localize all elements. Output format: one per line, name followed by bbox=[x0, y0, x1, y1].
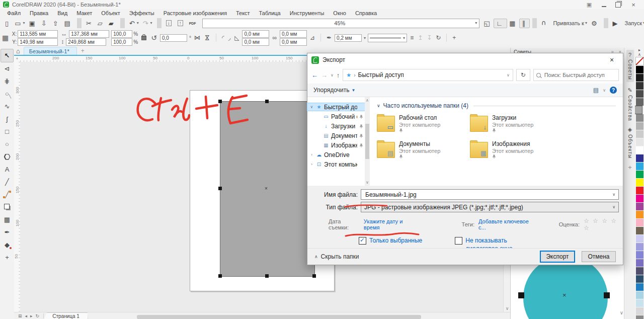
palette-swatch[interactable] bbox=[636, 291, 643, 299]
undo-icon[interactable]: ↶ ▾ bbox=[127, 19, 141, 28]
scalloped-corner-icon[interactable]: ◞ bbox=[227, 34, 232, 41]
cut-icon[interactable]: ✂ bbox=[84, 19, 96, 28]
y-position-field[interactable]: 149,98 мм bbox=[18, 38, 58, 46]
palette-swatch[interactable] bbox=[636, 203, 643, 210]
to-front-icon[interactable]: ↥ bbox=[417, 34, 424, 41]
help-icon[interactable]: ? bbox=[610, 87, 617, 94]
palette-swatch[interactable] bbox=[636, 315, 643, 319]
palette-swatch[interactable] bbox=[636, 171, 643, 178]
menu-item[interactable]: Окно bbox=[329, 10, 350, 17]
refresh-icon[interactable]: ↻ bbox=[516, 69, 530, 81]
palette-swatch[interactable] bbox=[636, 146, 643, 154]
cancel-button[interactable]: Отмена bbox=[582, 251, 616, 262]
palette-swatch[interactable] bbox=[636, 82, 643, 90]
mirror-vertical-icon[interactable]: ⋈ bbox=[203, 34, 211, 41]
palette-swatch[interactable] bbox=[635, 57, 644, 65]
wrap-text-icon[interactable]: ≡ bbox=[409, 34, 415, 41]
show-guidelines-icon[interactable]: ∥ bbox=[519, 19, 530, 28]
menu-item[interactable]: Макет bbox=[72, 10, 96, 17]
palette-swatch[interactable] bbox=[636, 267, 643, 275]
date-link[interactable]: Укажите дату и время bbox=[364, 218, 416, 230]
tab-properties[interactable]: ✎ Свойства bbox=[627, 87, 633, 121]
chamfer-distance-icon[interactable]: ⊿ bbox=[309, 34, 316, 41]
file-name-input[interactable] bbox=[364, 191, 612, 199]
rotation-field[interactable]: 0,0 bbox=[160, 34, 187, 42]
breadcrumb[interactable]: ★ › Быстрый доступ ∨ bbox=[343, 69, 513, 81]
tab-objects[interactable]: ◈ Объекты bbox=[627, 126, 633, 158]
connector-tool[interactable]: ╱ bbox=[1, 188, 13, 201]
open-icon[interactable]: ▭ ▾ bbox=[13, 19, 27, 28]
shadow-tool[interactable] bbox=[1, 201, 13, 213]
palette-swatch[interactable] bbox=[636, 179, 643, 186]
show-grid-icon[interactable]: ▦ bbox=[507, 19, 519, 28]
menu-item[interactable]: Инструменты bbox=[286, 10, 329, 17]
close-button[interactable]: × bbox=[630, 1, 637, 9]
menu-item[interactable]: Текст bbox=[232, 10, 254, 17]
recent-locations-icon[interactable]: ∨ bbox=[331, 73, 334, 77]
palette-swatch[interactable] bbox=[636, 275, 643, 283]
add-page-icon[interactable]: ⊞ bbox=[18, 313, 22, 318]
palette-swatch[interactable] bbox=[636, 138, 643, 146]
redo-icon[interactable]: ↷ ▾ bbox=[141, 19, 154, 28]
selection-handle[interactable] bbox=[218, 187, 222, 190]
dialog-close-button[interactable]: × bbox=[601, 53, 623, 66]
canvas-horizontal-scrollbar-thumb[interactable] bbox=[137, 315, 421, 319]
scroll-down-icon[interactable]: ∨ bbox=[366, 180, 369, 185]
tree-item[interactable]: Документы bbox=[307, 132, 365, 139]
tree-chevron-icon[interactable]: ∨ bbox=[309, 105, 314, 109]
menu-item[interactable]: Объект bbox=[97, 10, 124, 17]
add-docker-button[interactable]: + bbox=[628, 164, 632, 171]
polygon-tool[interactable] bbox=[1, 150, 13, 163]
scroll-up-icon[interactable]: ∧ bbox=[366, 98, 369, 103]
folder-item[interactable]: Изображения Этот компьютер bbox=[470, 140, 563, 167]
scroll-down-icon[interactable]: ∨ bbox=[620, 310, 623, 315]
chevron-down-icon[interactable]: ▾ bbox=[364, 36, 366, 40]
separator[interactable] bbox=[157, 18, 162, 28]
palette-swatch[interactable] bbox=[636, 195, 643, 202]
separator[interactable] bbox=[120, 18, 125, 28]
up-icon[interactable]: ↑ bbox=[337, 71, 340, 79]
launch-icon[interactable]: ▶ bbox=[611, 19, 622, 28]
tree-item[interactable]: ∨ Быстрый доступ bbox=[307, 103, 365, 111]
object-center-marker[interactable]: × bbox=[265, 186, 268, 191]
options-gear-icon[interactable]: ⚙ bbox=[589, 19, 601, 28]
account-icon[interactable]: ▣ bbox=[586, 2, 593, 8]
corner-radius-field[interactable]: 0,0 мм bbox=[280, 38, 307, 46]
selection-handle[interactable] bbox=[265, 274, 269, 278]
tree-item[interactable]: Изображени bbox=[307, 141, 365, 149]
document-tab[interactable]: Безымянный-1* bbox=[24, 47, 77, 55]
snap-off-icon[interactable]: ∪ bbox=[539, 19, 550, 28]
folder-item[interactable]: Загрузки Этот компьютер bbox=[470, 114, 563, 140]
palette-swatch[interactable] bbox=[636, 251, 643, 259]
palette-swatch[interactable] bbox=[636, 219, 643, 226]
convert-outline-icon[interactable]: ↻ bbox=[435, 34, 442, 41]
next-page-icon[interactable]: ▸ bbox=[30, 313, 33, 318]
palette-swatch[interactable] bbox=[636, 122, 643, 130]
folder-group-header[interactable]: ∨ Часто используемые папки (4) bbox=[377, 102, 616, 109]
palette-swatch[interactable] bbox=[636, 299, 643, 307]
palette-scroll-up-icon[interactable]: ∧ bbox=[638, 52, 641, 57]
scroll-down-icon[interactable]: ∨ bbox=[504, 306, 511, 311]
chevron-down-icon[interactable]: ▼ bbox=[351, 88, 355, 93]
new-document-icon[interactable]: ▯ bbox=[3, 19, 13, 28]
add-toolbar-item-icon[interactable]: + bbox=[451, 34, 457, 41]
lock-ratio-icon[interactable] bbox=[141, 36, 146, 40]
fill-tool[interactable]: ◆ bbox=[1, 238, 13, 251]
palette-flyout-icon[interactable]: ▸ bbox=[638, 48, 640, 52]
file-type-combo[interactable]: JPG - растровые изображения JPEG (*.jpg;… bbox=[361, 202, 619, 212]
paste-icon[interactable]: ▰ bbox=[107, 19, 118, 28]
tree-chevron-icon[interactable]: › bbox=[309, 162, 314, 167]
outline-width-combo[interactable]: 0,2 мм bbox=[335, 34, 362, 42]
zoom-tool[interactable]: ○ bbox=[1, 88, 13, 100]
palette-swatch[interactable] bbox=[636, 211, 643, 218]
corner-radius-field[interactable]: 0,0 мм bbox=[242, 38, 269, 46]
chevron-down-icon[interactable]: ∨ bbox=[377, 103, 380, 108]
export-icon[interactable]: ↑ bbox=[176, 19, 187, 27]
save-to-cloud-icon[interactable]: ⇧ bbox=[51, 19, 62, 28]
to-back-icon[interactable]: ↧ bbox=[426, 34, 433, 41]
menu-item[interactable]: Эффекты bbox=[125, 10, 158, 17]
selection-handle[interactable] bbox=[218, 274, 222, 278]
eyedropper-tool[interactable]: ✒ bbox=[1, 226, 13, 238]
palette-swatch[interactable] bbox=[636, 163, 643, 170]
menu-item[interactable]: Таблица bbox=[255, 10, 285, 17]
